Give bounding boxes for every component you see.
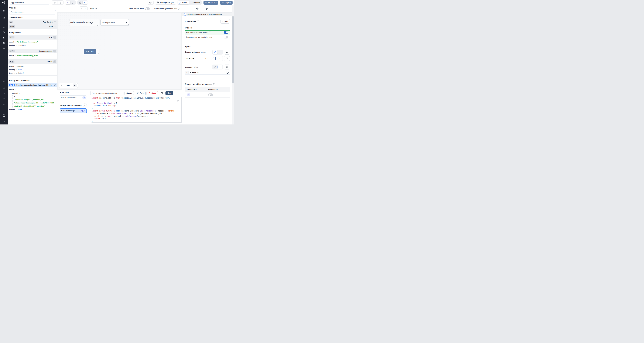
fork-button[interactable]: Fork [135,91,146,96]
component-row-c[interactable]: c Button [8,59,57,64]
resource-select-component[interactable]: Example resou... ✕ [100,19,129,26]
eval-mode-button[interactable]: f [218,65,222,69]
panel-scrollbar[interactable] [232,5,234,124]
pencil-icon [212,58,214,60]
component-inspector-panel: + f Send a message to discord using webh… [182,5,234,124]
undo-button[interactable] [52,0,58,4]
discord-webhook-field-header: discord_webhook object f [185,50,230,54]
static-mode-button[interactable] [213,65,218,69]
users-icon[interactable] [3,81,5,84]
text-component[interactable]: Write Discord message: [70,19,99,26]
add-bg-runnable-button[interactable]: + [83,104,87,107]
add-transformer-button[interactable]: +Add [220,19,230,24]
deploy-button[interactable]: Deploy [220,0,232,4]
component-c-type: Button [47,61,52,62]
cache-button[interactable]: Cache [124,91,134,96]
expand-sidebar-icon[interactable] [3,120,5,122]
help-icon[interactable] [3,114,5,117]
code-horizontal-scrollbar[interactable] [92,122,181,123]
component-a-badge: a [9,36,14,38]
tab-editor[interactable]: Editor [178,1,189,4]
clear-button[interactable]: Clear [146,91,158,96]
zoom-out-button[interactable]: − [60,84,63,87]
edit-resource-button[interactable] [210,56,216,61]
desktop-view-button[interactable] [82,1,88,4]
schedules-icon[interactable] [3,48,5,50]
clear-selection-icon[interactable]: ✕ [126,21,127,24]
trigger-success-title: Trigger runnables on success [185,83,212,85]
run-on-start-toggle[interactable] [224,31,228,34]
code-editor[interactable]: import discordwebhook from "https://deno… [90,97,182,123]
workspace-icon[interactable] [3,10,5,12]
audit-logs-icon[interactable] [3,103,5,106]
connect-input-button[interactable] [224,50,230,54]
code-vertical-scrollbar[interactable] [181,97,182,123]
runs-icon[interactable] [3,31,5,34]
connect-input-button[interactable] [224,64,230,70]
component-row-b[interactable]: b Resource Select [8,49,57,53]
ctx-row[interactable]: ctx App Context [8,20,57,24]
runnable-item[interactable]: hub/1511/discord/se... c [60,96,87,100]
tab-insert-component[interactable]: + [184,5,193,12]
hide-bar-toggle[interactable] [145,7,150,10]
script-name-input[interactable] [90,91,124,96]
tab-component-settings[interactable] [193,5,202,12]
redo-button[interactable] [58,0,63,4]
workers-icon[interactable] [3,92,5,95]
frequency-dropdown[interactable]: once [90,8,97,10]
clear-resource-icon[interactable]: ✕ [205,58,206,60]
resources-icon[interactable] [3,42,5,44]
copy-code-icon[interactable] [177,100,179,102]
bg-runnable-row[interactable]: bg_0 Send a message to discord using web… [8,82,57,87]
chevron-down-icon[interactable] [54,25,56,28]
press-me-button[interactable]: Press me [84,49,96,54]
field-type: string [194,66,198,68]
expand-editor-button[interactable] [226,71,230,74]
state-row[interactable]: state State [8,24,57,29]
centered-layout-button[interactable]: |0| [65,1,70,4]
trigger-runnables-table: Component Recompute c [185,87,230,98]
app-summary-input[interactable] [9,0,50,4]
draft-button[interactable]: Draft ⌘S [204,0,218,4]
scrollbar-thumb[interactable] [232,16,234,84]
variables-icon[interactable]: $ [3,36,4,39]
debug-runs-button[interactable]: Debug runs (23) [155,0,176,4]
tab-styling[interactable] [202,5,211,12]
home-icon[interactable] [3,26,5,28]
collapse-button[interactable] [53,36,56,38]
component-row-a[interactable]: a Text [8,35,57,40]
static-mode-button[interactable] [213,50,218,54]
refresh-icon [82,8,83,10]
mobile-view-button[interactable] [78,1,82,4]
resize-handle[interactable] [97,24,98,26]
refresh-interval-control[interactable]: 1 [80,6,88,11]
tab-preview[interactable]: Preview [189,1,202,4]
settings-icon[interactable] [3,86,5,89]
favorites-icon[interactable] [3,16,5,19]
resize-handle[interactable] [98,53,99,54]
edit-icon[interactable] [54,84,56,86]
docs-button[interactable] [147,0,154,4]
reload-script-button[interactable] [159,91,164,96]
outputs-title: Outputs [9,7,56,9]
app-canvas[interactable]: Write Discord message: Example resou... … [58,13,181,89]
run-button[interactable]: Run [166,91,173,96]
zoom-in-button[interactable]: + [73,84,77,87]
eval-mode-button[interactable]: f [218,50,222,54]
refresh-resource-button[interactable] [224,56,230,61]
search-outputs-input[interactable] [9,10,56,14]
more-menu-button[interactable]: ⋮ [142,1,146,4]
message-expression-editor[interactable]: 1 b.result [185,71,230,74]
resize-handle[interactable] [128,24,129,25]
collapse-button[interactable] [53,60,56,63]
add-resource-button[interactable]: + [217,56,223,61]
fullwidth-layout-button[interactable] [70,1,76,4]
chevron-down-icon[interactable] [54,21,56,23]
recompute-toggle[interactable] [224,36,228,38]
windmill-logo-icon[interactable] [2,1,6,4]
resource-picker[interactable]: u/henri/te... ✕ [185,56,208,61]
recompute-row-toggle[interactable] [208,94,213,96]
collapse-button[interactable] [53,50,56,52]
bg-runnable-item-selected[interactable]: Send a message... bg_0 [60,108,87,113]
folders-icon[interactable] [3,98,5,100]
